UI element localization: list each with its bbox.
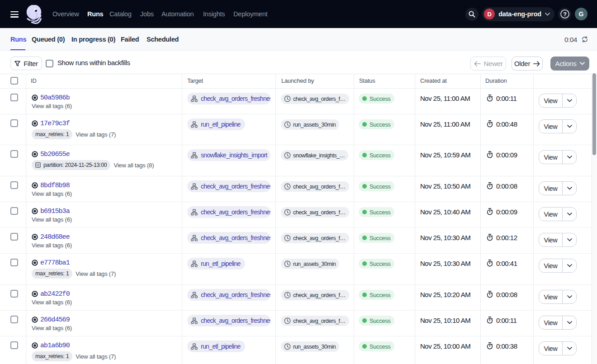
- svg-text:?: ?: [563, 11, 567, 18]
